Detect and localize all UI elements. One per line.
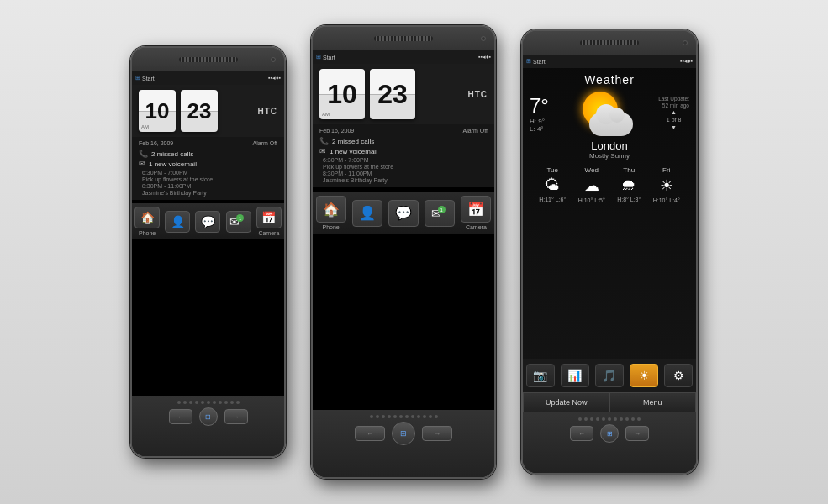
- weather-hi: H: 9°: [530, 118, 549, 125]
- speaker-grille-mid: [374, 36, 433, 41]
- forward-btn-left[interactable]: →: [224, 409, 248, 424]
- forecast-wed-icon: ☁: [584, 176, 599, 195]
- flip-clock-left: 10 AM 23: [139, 90, 218, 132]
- tab-mail-mid[interactable]: ✉1: [425, 200, 455, 227]
- notification-voicemail-mid[interactable]: ✉ 1 new voicemail: [319, 147, 488, 155]
- event-1-left: 6:30PM - 7:00PM: [139, 170, 277, 176]
- speaker-grille: [179, 57, 238, 62]
- hour-digit-mid: 10 AM: [319, 69, 365, 119]
- clock-area-left: 10 AM 23 HTC: [132, 85, 284, 137]
- forecast-wed-label: Wed: [585, 166, 599, 174]
- event-2-mid: 8:30PM - 11:00PM: [319, 171, 488, 176]
- update-now-button[interactable]: Update Now: [523, 392, 609, 412]
- weather-condition: Mostly Sunny: [530, 152, 689, 160]
- windows-flag-icon: ⊞: [135, 75, 140, 81]
- alarm-mid: Alarm Off: [463, 128, 488, 134]
- mail-tab-icon-mid: ✉1: [425, 200, 455, 227]
- voicemail-mid: 1 new voicemail: [330, 148, 377, 155]
- tab-camera-label-mid: Camera: [466, 224, 487, 230]
- tab-camera-mid[interactable]: 📅 Camera: [461, 196, 491, 230]
- signal-icons: ▪▪◂♦▪: [268, 75, 281, 81]
- notification-calls-left[interactable]: 📞 2 missed calls: [139, 150, 277, 158]
- nav-buttons-mid: ← ⊞ →: [355, 422, 452, 445]
- forecast-tue: Tue 🌤 H:11° L:6°: [539, 166, 566, 203]
- bottom-bar-left: ← ⊞ →: [132, 396, 284, 456]
- tab-mail-left[interactable]: ✉1: [224, 211, 254, 233]
- tab-phone-label-mid: Phone: [322, 224, 339, 230]
- tab-home-mid[interactable]: 🏠 Phone: [316, 196, 346, 230]
- windows-btn-left[interactable]: ⊞: [199, 407, 218, 426]
- forecast-thu-icon: 🌧: [621, 176, 636, 194]
- weather-location: London: [530, 139, 689, 152]
- status-bar-right: ⊞ Start ▪▪◂♦▪: [523, 55, 696, 68]
- event-1-title-mid: Pick up flowers at the store: [319, 164, 488, 170]
- forward-btn-right[interactable]: →: [625, 426, 649, 441]
- status-right: ▪▪◂♦▪: [268, 75, 281, 81]
- back-btn-left[interactable]: ←: [169, 409, 192, 424]
- weather-nav-col: Last Update: 52 min ago ▲ 1 of 8 ▼: [658, 96, 689, 131]
- event-1-title-left: Pick up flowers at the store: [139, 176, 277, 182]
- tab-contacts-left[interactable]: 👤: [162, 211, 192, 233]
- notification-calls-mid[interactable]: 📞 2 missed calls: [319, 137, 488, 145]
- menu-button[interactable]: Menu: [609, 392, 697, 412]
- event-2-title-left: Jasmine's Birthday Party: [139, 190, 277, 196]
- date-left: Feb 16, 2009: [139, 140, 173, 146]
- weather-lo: L: 4°: [530, 125, 549, 133]
- nav-dots-right: [578, 417, 641, 421]
- forecast-thu: Thu 🌧 H:8° L:3°: [617, 166, 641, 203]
- sun-settings-btn-right[interactable]: ☀: [630, 364, 658, 387]
- notification-voicemail-left[interactable]: ✉ 1 new voicemail: [139, 160, 277, 168]
- windows-btn-right[interactable]: ⊞: [600, 424, 619, 443]
- tab-camera-label-left: Camera: [258, 230, 279, 236]
- signal-icons-mid: ▪▪◂♦▪: [478, 54, 491, 60]
- music-btn-right[interactable]: 🎵: [595, 364, 624, 387]
- weather-temp: 7°: [530, 94, 549, 118]
- event-2-title-mid: Jasmine's Birthday Party: [319, 177, 488, 183]
- last-update: Last Update: 52 min ago: [658, 96, 689, 110]
- tab-camera-left[interactable]: 📅 Camera: [254, 207, 284, 236]
- clock-area-mid: 10 AM 23 HTC: [313, 64, 494, 124]
- nav-dots-mid: [370, 415, 438, 418]
- minute-digit-left: 23: [181, 90, 218, 132]
- back-btn-right[interactable]: ←: [570, 426, 593, 441]
- nav-arrows[interactable]: ▲ 1 of 8 ▼: [658, 109, 689, 130]
- settings-btn-right[interactable]: ⚙: [664, 364, 693, 387]
- weather-sun-icon: [574, 90, 633, 136]
- tab-home-left[interactable]: 🏠 Phone: [132, 207, 162, 236]
- date-alarm-mid: Feb 16, 2009 Alarm Off: [319, 128, 488, 134]
- weather-icons-row: 📷 📊 🎵 ☀ ⚙: [523, 359, 696, 392]
- flip-clock-mid: 10 AM 23: [319, 69, 415, 119]
- forecast-thu-temp: H:8° L:3°: [617, 197, 641, 202]
- minute-digit-mid: 23: [370, 69, 415, 119]
- phone-mid: ⊞ Start ▪▪◂♦▪ 10 AM: [311, 25, 496, 479]
- windows-btn-mid[interactable]: ⊞: [392, 422, 415, 445]
- alarm-left: Alarm Off: [253, 140, 277, 146]
- camera-dot-right: [683, 40, 688, 45]
- status-bar-mid: ⊞ Start ▪▪◂♦▪: [313, 50, 494, 64]
- forward-btn-mid[interactable]: →: [422, 426, 452, 441]
- date-mid: Feb 16, 2009: [319, 128, 354, 134]
- hour-digit-left: 10 AM: [139, 90, 176, 132]
- camera-btn-right[interactable]: 📷: [526, 364, 555, 387]
- home-icon-mid: 🏠: [316, 196, 346, 223]
- chart-btn-right[interactable]: 📊: [561, 364, 589, 387]
- info-area-left: Feb 16, 2009 Alarm Off 📞 2 missed calls …: [132, 137, 284, 200]
- weather-top-info: 7° H: 9° L: 4° Last Update:: [530, 90, 689, 136]
- camera-icon-mid: 📅: [461, 196, 491, 223]
- weather-action-bar: Update Now Menu: [523, 392, 696, 412]
- back-btn-mid[interactable]: ←: [355, 426, 385, 441]
- event-1-mid: 6:30PM - 7:00PM: [319, 157, 488, 163]
- tab-messages-left[interactable]: 💬: [192, 211, 223, 233]
- forecast-row: Tue 🌤 H:11° L:6° Wed ☁ H:10° L:5° Thu: [530, 166, 689, 203]
- tab-contacts-mid[interactable]: 👤: [352, 200, 382, 227]
- camera-icon-left: 📅: [256, 207, 282, 228]
- tab-phone-label-left: Phone: [139, 230, 156, 236]
- forecast-wed: Wed ☁ H:10° L:5°: [578, 166, 605, 203]
- htc-label-mid: HTC: [467, 90, 488, 99]
- camera-dot: [271, 57, 276, 62]
- start-label: Start: [142, 76, 155, 81]
- weather-title: Weather: [530, 73, 689, 87]
- phone-icon-left: 📞: [139, 150, 148, 158]
- tab-messages-mid[interactable]: 💬: [388, 200, 419, 227]
- missed-calls-mid: 2 missed calls: [332, 138, 374, 145]
